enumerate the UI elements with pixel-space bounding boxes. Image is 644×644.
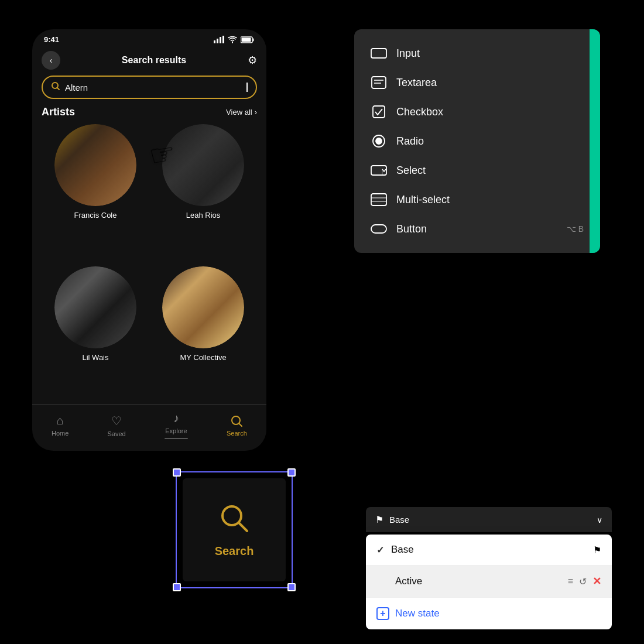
button-icon [371, 222, 387, 235]
component-menu: Input Textarea Checkbox [354, 29, 600, 253]
handle-top-left[interactable] [173, 468, 181, 477]
app-header: ‹ Search results ⚙ [32, 46, 266, 73]
base-flag-icon: ⚑ [375, 514, 383, 525]
svg-line-10 [239, 423, 242, 426]
svg-line-8 [57, 88, 60, 90]
time-display: 9:41 [44, 35, 59, 44]
handle-bottom-left[interactable] [173, 583, 181, 591]
search-input-value: Altern [65, 83, 241, 93]
artist-avatar-1 [162, 124, 244, 206]
svg-rect-5 [253, 38, 254, 41]
teal-accent-bar [590, 29, 600, 253]
state-row-base[interactable]: ✓ Base ⚑ [366, 535, 612, 566]
svg-point-17 [376, 138, 382, 144]
view-all-button[interactable]: View all › [226, 108, 257, 117]
svg-rect-18 [371, 166, 386, 175]
menu-label-button: Button [396, 223, 557, 235]
chevron-down-icon: ∨ [597, 515, 602, 525]
menu-label-radio: Radio [396, 135, 584, 148]
multiselect-icon [371, 193, 387, 206]
svg-line-25 [239, 523, 247, 531]
svg-rect-0 [214, 40, 215, 43]
bottom-nav: ⌂ Home ♡ Saved ♪ Explore Search [32, 404, 266, 451]
menu-label-checkbox: Checkbox [396, 106, 584, 118]
search-icon-yellow [51, 81, 60, 93]
app-title: Search results [122, 55, 186, 66]
lines-icon[interactable]: ≡ [568, 576, 573, 587]
artist-item-0[interactable]: Francis Cole [46, 124, 145, 257]
svg-rect-11 [371, 49, 386, 58]
artists-grid: Francis Cole Leah Rios Lil Wais MY Colle… [32, 124, 266, 399]
artist-item-2[interactable]: Lil Wais [46, 266, 145, 399]
svg-rect-12 [372, 77, 386, 88]
artist-item-3[interactable]: MY Collective [154, 266, 252, 399]
explore-underline [165, 438, 188, 439]
mobile-app-panel: 9:41 ‹ Search [32, 29, 266, 451]
artist-avatar-0 [54, 124, 136, 206]
explore-label: Explore [165, 427, 187, 434]
state-row-active[interactable]: Active ≡ ↺ ✕ [366, 566, 612, 598]
menu-item-button[interactable]: Button ⌥ B [354, 214, 600, 244]
search-big-icon [218, 502, 251, 541]
avatar-bg-0 [54, 124, 136, 206]
artist-name-3: MY Collective [180, 353, 226, 362]
state-dropdown-header[interactable]: ⚑ Base ∨ [366, 507, 612, 532]
svg-rect-6 [242, 37, 251, 42]
nav-explore[interactable]: ♪ Explore [165, 412, 188, 439]
text-cursor [246, 83, 248, 92]
menu-item-multiselect[interactable]: Multi-select [354, 185, 600, 214]
artist-avatar-3 [162, 266, 244, 348]
nav-home[interactable]: ⌂ Home [52, 414, 68, 437]
home-label: Home [52, 430, 68, 437]
new-state-row[interactable]: + New state [366, 598, 612, 629]
menu-label-input: Input [396, 47, 584, 60]
search-bar[interactable]: Altern [42, 76, 257, 99]
back-button[interactable]: ‹ [42, 51, 60, 70]
search-nav-icon [230, 415, 243, 427]
nav-search[interactable]: Search [227, 415, 247, 437]
menu-item-radio[interactable]: Radio [354, 126, 600, 156]
status-icons [214, 36, 255, 43]
handle-top-right[interactable] [287, 468, 296, 477]
battery-icon [241, 36, 255, 43]
state-list: ✓ Base ⚑ Active ≡ ↺ ✕ + New state [366, 535, 612, 629]
state-row-actions: ≡ ↺ ✕ [568, 575, 601, 588]
menu-item-textarea[interactable]: Textarea [354, 68, 600, 97]
svg-rect-3 [222, 36, 224, 43]
check-icon: ✓ [376, 544, 384, 556]
select-icon [371, 164, 387, 177]
svg-rect-15 [373, 106, 385, 118]
artist-item-1[interactable]: Leah Rios [154, 124, 252, 257]
artists-title: Artists [42, 106, 75, 118]
delete-icon[interactable]: ✕ [592, 575, 601, 588]
signal-icon [214, 36, 224, 43]
artist-name-1: Leah Rios [186, 211, 221, 220]
svg-rect-20 [371, 194, 386, 205]
nav-saved[interactable]: ♡ Saved [108, 414, 126, 437]
menu-item-select[interactable]: Select [354, 156, 600, 185]
handle-bottom-right[interactable] [287, 583, 296, 591]
search-component[interactable]: Search [176, 471, 293, 588]
svg-rect-1 [217, 39, 218, 43]
state-header-label: Base [389, 515, 591, 525]
menu-item-input[interactable]: Input [354, 39, 600, 68]
state-name-base: Base [391, 544, 586, 556]
avatar-bg-3 [162, 266, 244, 348]
svg-rect-23 [371, 225, 386, 233]
menu-item-checkbox[interactable]: Checkbox [354, 97, 600, 126]
saved-icon: ♡ [111, 414, 122, 428]
status-bar: 9:41 [32, 29, 266, 46]
plus-icon: + [376, 607, 389, 620]
reset-icon[interactable]: ↺ [579, 576, 587, 587]
settings-button[interactable]: ⚙ [248, 54, 257, 67]
artists-section-header: Artists View all › [32, 106, 266, 124]
avatar-bg-1 [162, 124, 244, 206]
artist-avatar-2 [54, 266, 136, 348]
search-component-inner: Search [183, 478, 286, 581]
new-state-label: New state [395, 608, 440, 619]
button-shortcut: ⌥ B [567, 224, 584, 234]
svg-rect-2 [220, 37, 221, 43]
radio-icon [371, 135, 387, 148]
search-nav-label: Search [227, 430, 247, 437]
menu-label-select: Select [396, 165, 584, 177]
